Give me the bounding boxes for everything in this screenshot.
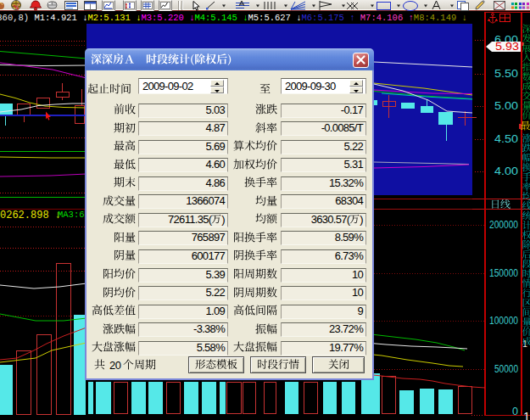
svg-text:5.50: 5.50 [494,67,518,80]
svg-text:4.00: 4.00 [494,165,518,177]
svg-text:5.00: 5.00 [494,99,518,112]
svg-text:0262.898 ↓: 0262.898 ↓ [0,210,61,221]
svg-text:50000: 50000 [494,362,518,375]
svg-text:200000: 200000 [489,218,518,231]
svg-text:1: 1 [523,410,530,420]
svg-text:150000: 150000 [489,266,518,279]
svg-text:4.50: 4.50 [494,132,518,145]
svg-text:100000: 100000 [489,314,518,327]
svg-text:5.93: 5.93 [495,40,519,53]
svg-text:0: 0 [512,405,518,417]
